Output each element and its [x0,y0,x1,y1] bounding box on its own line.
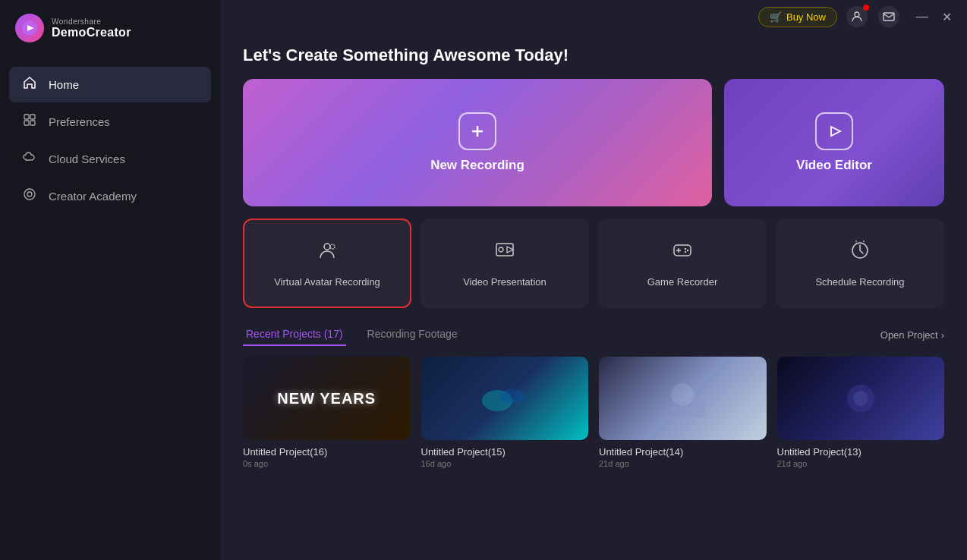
svg-marker-17 [507,247,513,253]
feature-virtual-avatar[interactable]: Virtual Avatar Recording [243,219,411,308]
nav-items: Home Preferences Cloud Services [0,59,220,222]
svg-point-16 [499,247,503,252]
svg-point-30 [853,391,868,406]
project-name-16: Untitled Project(16) [243,446,411,458]
project-card-13[interactable]: Untitled Project(13) 21d ago [777,357,945,468]
sidebar-item-academy[interactable]: Creator Academy [9,178,211,214]
sidebar: Wondershare DemoCreator Home Prefere [0,0,220,560]
page-title: Let's Create Something Awesome Today! [243,46,944,65]
main-content: 🛒 Buy Now — ✕ Let's Creat [220,0,967,560]
action-cards: New Recording Video Editor [243,79,944,206]
virtual-avatar-icon [316,239,339,267]
svg-point-6 [24,189,35,200]
minimize-button[interactable]: — [913,8,931,25]
feature-schedule-recording[interactable]: Schedule Recording [776,219,944,308]
video-presentation-icon [493,239,516,267]
window-controls: — ✕ [913,8,955,26]
svg-point-13 [324,244,330,250]
svg-point-22 [687,250,688,251]
titlebar-icons [846,6,899,27]
svg-rect-5 [30,121,35,125]
video-editor-card[interactable]: Video Editor [724,79,944,206]
feature-video-presentation[interactable]: Video Presentation [421,219,589,308]
project-card-14[interactable]: Untitled Project(14) 21d ago [599,357,767,468]
svg-rect-2 [24,115,29,119]
sidebar-item-cloud[interactable]: Cloud Services [9,141,211,177]
svg-point-14 [330,244,335,249]
cloud-icon [21,150,38,168]
project-thumb-14 [599,357,767,440]
academy-icon [21,187,38,205]
logo-text: Wondershare DemoCreator [52,17,131,39]
home-icon [21,76,38,93]
buy-now-label: Buy Now [786,11,826,23]
svg-point-7 [27,192,32,197]
sidebar-item-preferences-label: Preferences [49,115,110,128]
project-name-13: Untitled Project(13) [777,446,945,458]
project-card-15[interactable]: Untitled Project(15) 16d ago [421,357,589,468]
open-project-button[interactable]: Open Project › [880,329,944,341]
project-time-15: 16d ago [421,459,589,468]
thumb-text-16: NEW YEARS [277,390,376,407]
app-logo-icon [15,14,44,42]
cart-icon: 🛒 [770,11,782,23]
sidebar-item-academy-label: Creator Academy [49,190,137,203]
logo-area: Wondershare DemoCreator [0,0,220,59]
project-thumb-13 [777,357,945,440]
user-icon[interactable] [846,6,868,27]
svg-point-26 [500,389,524,404]
schedule-recording-icon [849,239,871,267]
project-time-13: 21d ago [777,459,945,468]
sidebar-item-home-label: Home [49,78,79,91]
feature-grid: Virtual Avatar Recording Video Presentat… [243,219,944,308]
feature-game-recorder[interactable]: Game Recorder [598,219,767,308]
schedule-recording-label: Schedule Recording [815,276,904,288]
project-tabs: Recent Projects (17) Recording Footage [243,323,479,346]
svg-point-23 [685,251,686,253]
new-recording-label: New Recording [430,158,524,173]
tabs-row: Recent Projects (17) Recording Footage O… [243,323,944,346]
video-editor-icon [815,112,853,150]
video-presentation-label: Video Presentation [463,276,546,288]
svg-marker-12 [831,127,840,136]
project-time-14: 21d ago [599,459,767,468]
svg-point-8 [855,12,859,17]
project-card-16[interactable]: NEW YEARS Untitled Project(16) 0s ago [243,357,411,468]
preferences-icon [21,113,38,131]
close-button[interactable]: ✕ [939,8,955,26]
logo-brand: Wondershare [52,17,131,26]
titlebar: 🛒 Buy Now — ✕ [220,0,967,33]
projects-grid: NEW YEARS Untitled Project(16) 0s ago Un… [243,357,944,468]
mail-icon[interactable] [878,6,899,27]
project-thumb-15 [421,357,589,440]
buy-now-button[interactable]: 🛒 Buy Now [758,7,837,27]
sidebar-item-cloud-label: Cloud Services [49,153,125,165]
chevron-right-icon: › [941,329,944,341]
project-time-16: 0s ago [243,459,411,468]
video-editor-label: Video Editor [796,158,872,173]
svg-rect-28 [660,402,705,417]
logo-name: DemoCreator [52,26,131,39]
game-recorder-label: Game Recorder [647,276,717,288]
user-badge [863,5,869,11]
svg-point-21 [685,248,686,250]
svg-rect-9 [884,13,894,20]
project-thumb-16: NEW YEARS [243,357,411,440]
tab-recent[interactable]: Recent Projects (17) [243,323,346,346]
new-recording-card[interactable]: New Recording [243,79,712,206]
tab-footage[interactable]: Recording Footage [364,323,461,346]
virtual-avatar-label: Virtual Avatar Recording [274,276,380,288]
sidebar-item-home[interactable]: Home [9,67,211,102]
game-recorder-icon [671,239,694,267]
svg-rect-4 [24,121,29,125]
sidebar-item-preferences[interactable]: Preferences [9,104,211,140]
new-recording-icon [458,112,496,150]
project-name-15: Untitled Project(15) [421,446,589,458]
svg-rect-3 [30,115,35,119]
content-area: Let's Create Something Awesome Today! Ne… [220,33,967,560]
project-name-14: Untitled Project(14) [599,446,767,458]
